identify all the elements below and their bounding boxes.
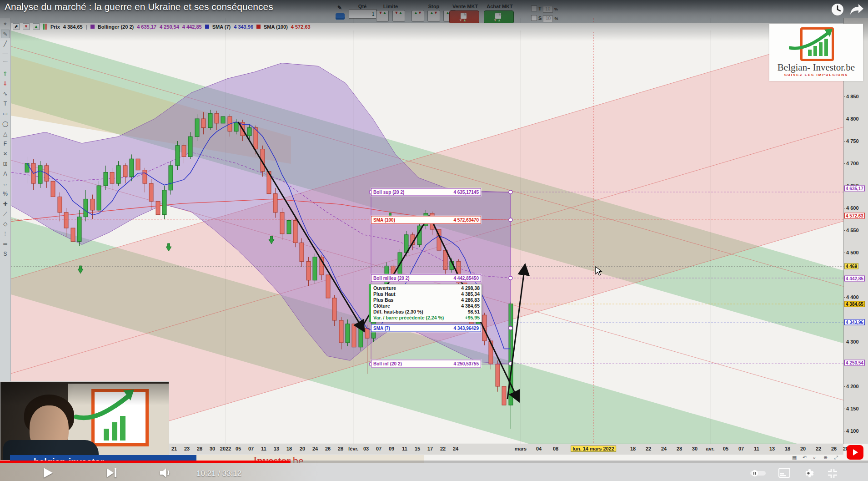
draw-tool-icon[interactable]: ▭ [1, 110, 10, 118]
candle-body[interactable] [234, 122, 238, 132]
selection-handle[interactable] [509, 276, 512, 280]
chart-footer-icon[interactable]: ▦ [792, 455, 797, 461]
miniplayer-icon[interactable] [778, 468, 790, 480]
candle-body[interactable] [130, 159, 134, 177]
draw-tool-icon[interactable]: % [1, 190, 10, 198]
candle-body[interactable] [84, 199, 88, 217]
candle-body[interactable] [326, 275, 330, 298]
candle-body[interactable] [77, 217, 81, 242]
draw-tool-icon[interactable]: ✕ [1, 150, 10, 158]
candle-body[interactable] [104, 172, 108, 186]
candle-body[interactable] [359, 329, 363, 347]
draw-tool-icon[interactable]: ◯ [1, 120, 10, 128]
candle-body[interactable] [71, 228, 75, 241]
draw-tool-icon[interactable]: ✎ [1, 30, 10, 38]
share-icon[interactable] [849, 3, 865, 18]
candle-body[interactable] [339, 320, 343, 343]
draw-tool-icon[interactable]: ⟋ [1, 210, 10, 218]
play-button[interactable] [42, 467, 54, 481]
candle-body[interactable] [208, 113, 212, 127]
indicator-label-box[interactable]: Boll inf (20 2)4 250,53755 [371, 360, 481, 368]
draw-tool-icon[interactable]: A [1, 170, 10, 178]
candle-body[interactable] [97, 186, 101, 210]
candle-body[interactable] [365, 329, 369, 339]
draw-tool-icon[interactable]: ═ [1, 240, 10, 248]
autoplay-toggle[interactable] [750, 470, 766, 478]
candle-body[interactable] [332, 298, 336, 320]
candle-body[interactable] [176, 146, 180, 166]
candle-body[interactable] [201, 119, 206, 128]
draw-tool-icon[interactable]: ⌖ [1, 20, 10, 28]
selection-handle[interactable] [509, 218, 512, 222]
buy-arrow-icon[interactable]: ▲ [33, 23, 40, 30]
fullscreen-icon[interactable] [827, 468, 838, 481]
draw-tool-icon[interactable]: ◇ [1, 220, 10, 228]
draw-tool-icon[interactable]: ⇩ [1, 80, 10, 88]
next-button[interactable] [106, 467, 118, 481]
candle-body[interactable] [195, 119, 199, 137]
candle-body[interactable] [188, 137, 192, 157]
selection-handle[interactable] [509, 190, 512, 194]
draw-tool-icon[interactable]: △ [1, 130, 10, 138]
candle-body[interactable] [123, 166, 127, 177]
chart-footer-icon[interactable]: ⤢ [834, 455, 838, 461]
draw-tool-icon[interactable]: ⇧ [1, 70, 10, 78]
draw-tool-icon[interactable]: ⌒ [1, 60, 10, 68]
settings-gear-icon[interactable] [803, 468, 814, 481]
candle-body[interactable] [496, 364, 500, 386]
candle-body[interactable] [38, 166, 42, 183]
draw-tool-icon[interactable]: ✚ [1, 200, 10, 208]
candle-body[interactable] [162, 190, 166, 215]
draw-tool-icon[interactable]: ∿ [1, 90, 10, 98]
candle-body[interactable] [143, 170, 147, 183]
draw-tool-icon[interactable]: ↔ [1, 180, 10, 188]
indicator-label-box[interactable]: Boll sup (20 2)4 635,17145 [371, 188, 481, 196]
indicator-label-box[interactable]: SMA (7)4 343,96429 [371, 324, 481, 332]
video-progress-track[interactable] [0, 461, 868, 463]
candle-body[interactable] [293, 220, 297, 243]
candle-body[interactable] [300, 243, 304, 261]
chart-footer-icon[interactable]: ⊕ [823, 455, 828, 461]
candle-body[interactable] [346, 324, 350, 343]
candle-body[interactable] [502, 386, 506, 405]
candle-body[interactable] [136, 159, 140, 170]
candle-body[interactable] [110, 172, 114, 184]
chart-footer-icon[interactable]: ↶ [803, 455, 807, 461]
draw-tool-icon[interactable]: T [1, 100, 10, 108]
indicator-label-box[interactable]: SMA (100)4 572,63470 [371, 216, 481, 224]
candle-body[interactable] [287, 220, 291, 233]
price-axis[interactable]: 4 8504 8004 7504 7004 6504 6004 5504 500… [843, 18, 868, 444]
selection-handle[interactable] [509, 326, 512, 330]
candle-body[interactable] [280, 213, 284, 234]
youtube-logo-watermark[interactable] [847, 445, 863, 460]
candle-body[interactable] [247, 128, 251, 136]
draw-tool-icon[interactable]: F [1, 140, 10, 148]
volume-button[interactable] [159, 467, 172, 481]
candle-body[interactable] [273, 194, 277, 213]
draw-tool-icon[interactable]: ― [1, 50, 10, 58]
candle-body[interactable] [51, 181, 55, 197]
candle-body[interactable] [116, 166, 120, 183]
candle-body[interactable] [149, 183, 153, 201]
candle-body[interactable] [169, 166, 173, 190]
candle-body[interactable] [221, 116, 225, 123]
candle-body[interactable] [215, 113, 219, 123]
candle-body[interactable] [25, 163, 29, 172]
expand-chart-icon[interactable]: ⬈ [13, 23, 20, 30]
candle-body[interactable] [58, 197, 62, 213]
draw-tool-icon[interactable]: ╱ [1, 40, 10, 48]
candle-body[interactable] [156, 201, 160, 214]
candle-body[interactable] [306, 262, 311, 280]
sell-arrow-icon[interactable]: ▼ [23, 23, 30, 30]
candle-body[interactable] [352, 324, 356, 347]
candle-body[interactable] [182, 146, 186, 157]
candle-body[interactable] [90, 199, 95, 210]
draw-tool-icon[interactable]: ⊞ [1, 160, 10, 168]
candle-body[interactable] [313, 257, 317, 280]
watch-later-icon[interactable] [831, 3, 844, 18]
candle-body[interactable] [64, 213, 68, 228]
chart-footer-icon[interactable]: ⌕ [813, 455, 816, 461]
draw-tool-icon[interactable]: ⋮ [1, 230, 10, 238]
draw-tool-icon[interactable]: S [1, 250, 10, 258]
indicator-label-box[interactable]: Boll milieu (20 2)4 442,85450 [371, 274, 481, 282]
